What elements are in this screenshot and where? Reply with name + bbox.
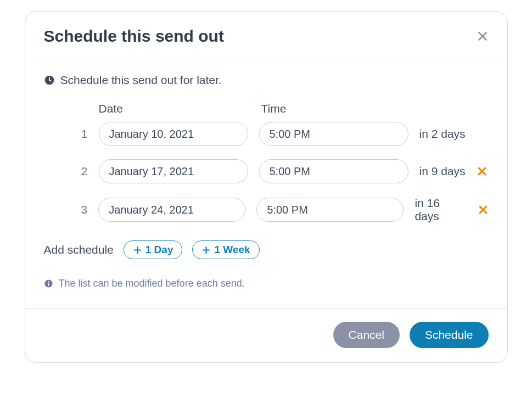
relative-time-label: in 2 days xyxy=(419,127,466,141)
date-input[interactable]: January 17, 2021 xyxy=(99,159,248,183)
close-icon xyxy=(477,30,489,42)
remove-row-button[interactable] xyxy=(478,204,489,215)
add-schedule-label: Add schedule xyxy=(44,243,114,256)
schedule-row: 2 January 17, 2021 5:00 PM in 9 days xyxy=(79,159,489,183)
cancel-button[interactable]: Cancel xyxy=(333,322,400,348)
dialog-header: Schedule this send out xyxy=(25,12,507,58)
relative-time-label: in 9 days xyxy=(419,165,466,178)
svg-rect-13 xyxy=(48,283,49,286)
date-input[interactable]: January 10, 2021 xyxy=(99,122,248,146)
add-one-day-label: 1 Day xyxy=(145,244,173,256)
column-headers: Date Time xyxy=(79,102,489,115)
info-text: The list can be modified before each sen… xyxy=(59,278,245,289)
dialog-title: Schedule this send out xyxy=(44,27,224,46)
info-icon xyxy=(44,279,53,288)
add-schedule-row: Add schedule 1 Day 1 Week xyxy=(44,240,489,259)
time-input[interactable]: 5:00 PM xyxy=(259,122,408,146)
dialog-footer: Cancel Schedule xyxy=(25,308,507,362)
info-row: The list can be modified before each sen… xyxy=(44,278,489,289)
dialog-body: Schedule this send out for later. Date T… xyxy=(25,58,507,308)
add-one-week-label: 1 Week xyxy=(214,244,250,256)
remove-icon xyxy=(477,166,488,177)
row-number: 2 xyxy=(79,165,88,178)
svg-point-12 xyxy=(48,281,49,282)
schedule-button[interactable]: Schedule xyxy=(410,322,489,348)
date-column-header: Date xyxy=(99,102,261,115)
schedule-dialog: Schedule this send out Schedule this sen… xyxy=(25,11,508,363)
remove-icon xyxy=(478,204,489,215)
relative-time-label: in 16 days xyxy=(415,197,466,223)
time-input[interactable]: 5:00 PM xyxy=(256,198,404,222)
remove-row-button[interactable] xyxy=(477,166,488,177)
add-one-day-button[interactable]: 1 Day xyxy=(124,240,183,259)
schedule-row: 3 January 24, 2021 5:00 PM in 16 days xyxy=(79,197,489,223)
schedule-row: 1 January 10, 2021 5:00 PM in 2 days xyxy=(79,122,489,146)
subtitle-text: Schedule this send out for later. xyxy=(60,74,222,87)
add-one-week-button[interactable]: 1 Week xyxy=(192,240,259,259)
time-column-header: Time xyxy=(261,102,415,115)
date-input[interactable]: January 24, 2021 xyxy=(98,198,245,222)
close-button[interactable] xyxy=(477,30,489,42)
row-number: 1 xyxy=(79,127,88,141)
plus-icon xyxy=(133,245,142,255)
time-input[interactable]: 5:00 PM xyxy=(259,159,408,183)
plus-icon xyxy=(201,245,211,255)
subtitle-row: Schedule this send out for later. xyxy=(44,74,489,87)
schedule-grid: Date Time 1 January 10, 2021 5:00 PM in … xyxy=(44,102,489,223)
clock-icon xyxy=(44,75,55,86)
row-number: 3 xyxy=(79,203,88,216)
